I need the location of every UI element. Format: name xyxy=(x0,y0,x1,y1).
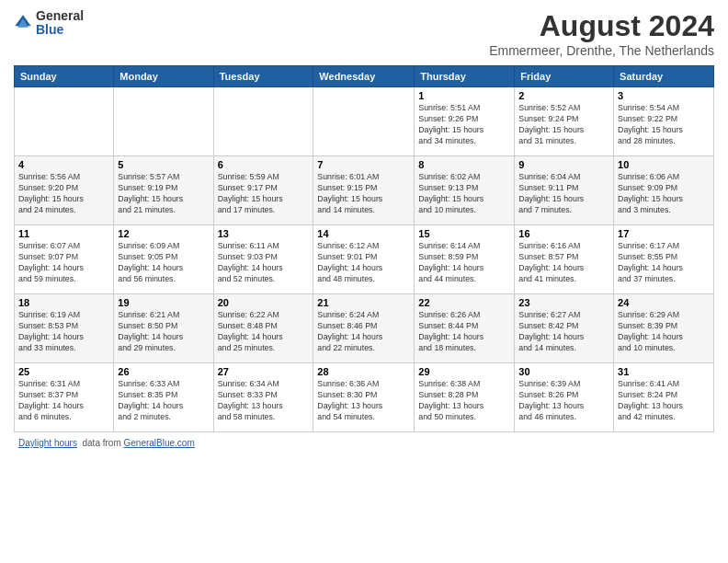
calendar-table: Sunday Monday Tuesday Wednesday Thursday… xyxy=(14,65,714,432)
day-info: Sunrise: 6:21 AMSunset: 8:50 PMDaylight:… xyxy=(118,310,209,354)
day-info: Sunrise: 6:34 AMSunset: 8:33 PMDaylight:… xyxy=(218,379,310,423)
day-info: Sunrise: 6:11 AMSunset: 9:03 PMDaylight:… xyxy=(218,241,310,285)
calendar-cell: 8Sunrise: 6:02 AMSunset: 9:13 PMDaylight… xyxy=(415,156,515,225)
calendar-cell: 5Sunrise: 5:57 AMSunset: 9:19 PMDaylight… xyxy=(114,156,213,225)
calendar-cell: 7Sunrise: 6:01 AMSunset: 9:15 PMDaylight… xyxy=(313,156,415,225)
day-number: 20 xyxy=(218,297,310,308)
calendar-cell: 4Sunrise: 5:56 AMSunset: 9:20 PMDaylight… xyxy=(15,156,114,225)
day-info: Sunrise: 6:31 AMSunset: 8:37 PMDaylight:… xyxy=(18,379,109,423)
day-info: Sunrise: 6:33 AMSunset: 8:35 PMDaylight:… xyxy=(118,379,209,423)
day-info: Sunrise: 6:22 AMSunset: 8:48 PMDaylight:… xyxy=(218,310,310,354)
day-info: Sunrise: 6:06 AMSunset: 9:09 PMDaylight:… xyxy=(618,172,710,216)
page: General Blue August 2024 Emmermeer, Dren… xyxy=(0,0,728,563)
col-tuesday: Tuesday xyxy=(213,66,313,87)
calendar-cell xyxy=(213,87,313,156)
subtitle: Emmermeer, Drenthe, The Netherlands xyxy=(489,43,714,58)
header-row: Sunday Monday Tuesday Wednesday Thursday… xyxy=(15,66,714,87)
col-sunday: Sunday xyxy=(15,66,114,87)
calendar-cell: 11Sunrise: 6:07 AMSunset: 9:07 PMDayligh… xyxy=(15,225,114,294)
calendar-cell: 3Sunrise: 5:54 AMSunset: 9:22 PMDaylight… xyxy=(614,87,714,156)
day-number: 23 xyxy=(518,297,609,308)
col-friday: Friday xyxy=(515,66,614,87)
logo-general-text: General xyxy=(36,9,84,23)
day-number: 18 xyxy=(18,297,109,308)
day-info: Sunrise: 6:14 AMSunset: 8:59 PMDaylight:… xyxy=(418,241,510,285)
logo-blue-text: Blue xyxy=(36,23,84,37)
calendar-cell: 31Sunrise: 6:41 AMSunset: 8:24 PMDayligh… xyxy=(614,363,714,432)
day-number: 28 xyxy=(317,366,410,377)
day-info: Sunrise: 6:19 AMSunset: 8:53 PMDaylight:… xyxy=(18,310,109,354)
day-info: Sunrise: 5:54 AMSunset: 9:22 PMDaylight:… xyxy=(618,103,710,147)
calendar-cell: 20Sunrise: 6:22 AMSunset: 8:48 PMDayligh… xyxy=(213,294,313,363)
day-number: 21 xyxy=(317,297,410,308)
calendar-cell xyxy=(313,87,415,156)
day-number: 14 xyxy=(317,228,410,239)
calendar-cell: 28Sunrise: 6:36 AMSunset: 8:30 PMDayligh… xyxy=(313,363,415,432)
day-info: Sunrise: 6:38 AMSunset: 8:28 PMDaylight:… xyxy=(418,379,510,423)
day-number: 5 xyxy=(118,159,209,170)
day-info: Sunrise: 6:09 AMSunset: 9:05 PMDaylight:… xyxy=(118,241,209,285)
calendar-cell: 12Sunrise: 6:09 AMSunset: 9:05 PMDayligh… xyxy=(114,225,213,294)
day-number: 7 xyxy=(317,159,410,170)
day-info: Sunrise: 6:27 AMSunset: 8:42 PMDaylight:… xyxy=(518,310,609,354)
title-area: August 2024 Emmermeer, Drenthe, The Neth… xyxy=(489,9,714,58)
calendar-cell: 1Sunrise: 5:51 AMSunset: 9:26 PMDaylight… xyxy=(415,87,515,156)
day-number: 4 xyxy=(18,159,109,170)
calendar-cell: 23Sunrise: 6:27 AMSunset: 8:42 PMDayligh… xyxy=(515,294,614,363)
day-number: 17 xyxy=(618,228,710,239)
calendar-cell: 15Sunrise: 6:14 AMSunset: 8:59 PMDayligh… xyxy=(415,225,515,294)
day-number: 30 xyxy=(518,366,609,377)
calendar-cell: 22Sunrise: 6:26 AMSunset: 8:44 PMDayligh… xyxy=(415,294,515,363)
calendar-cell: 19Sunrise: 6:21 AMSunset: 8:50 PMDayligh… xyxy=(114,294,213,363)
day-number: 11 xyxy=(18,228,109,239)
calendar-cell: 25Sunrise: 6:31 AMSunset: 8:37 PMDayligh… xyxy=(15,363,114,432)
day-number: 24 xyxy=(618,297,710,308)
calendar-cell: 21Sunrise: 6:24 AMSunset: 8:46 PMDayligh… xyxy=(313,294,415,363)
calendar-cell: 27Sunrise: 6:34 AMSunset: 8:33 PMDayligh… xyxy=(213,363,313,432)
day-info: Sunrise: 6:26 AMSunset: 8:44 PMDaylight:… xyxy=(418,310,510,354)
calendar-cell: 30Sunrise: 6:39 AMSunset: 8:26 PMDayligh… xyxy=(515,363,614,432)
col-thursday: Thursday xyxy=(415,66,515,87)
calendar-cell: 26Sunrise: 6:33 AMSunset: 8:35 PMDayligh… xyxy=(114,363,213,432)
calendar-cell: 18Sunrise: 6:19 AMSunset: 8:53 PMDayligh… xyxy=(15,294,114,363)
day-info: Sunrise: 6:01 AMSunset: 9:15 PMDaylight:… xyxy=(317,172,410,216)
logo: General Blue xyxy=(14,9,84,38)
calendar-week-3: 11Sunrise: 6:07 AMSunset: 9:07 PMDayligh… xyxy=(15,225,714,294)
day-number: 15 xyxy=(418,228,510,239)
day-info: Sunrise: 6:24 AMSunset: 8:46 PMDaylight:… xyxy=(317,310,410,354)
day-number: 22 xyxy=(418,297,510,308)
day-number: 1 xyxy=(418,90,510,101)
day-number: 27 xyxy=(218,366,310,377)
day-number: 3 xyxy=(618,90,710,101)
day-info: Sunrise: 6:41 AMSunset: 8:24 PMDaylight:… xyxy=(618,379,710,423)
calendar-week-2: 4Sunrise: 5:56 AMSunset: 9:20 PMDaylight… xyxy=(15,156,714,225)
day-number: 13 xyxy=(218,228,310,239)
day-info: Sunrise: 6:36 AMSunset: 8:30 PMDaylight:… xyxy=(317,379,410,423)
day-info: Sunrise: 6:07 AMSunset: 9:07 PMDaylight:… xyxy=(18,241,109,285)
col-monday: Monday xyxy=(114,66,213,87)
day-info: Sunrise: 6:29 AMSunset: 8:39 PMDaylight:… xyxy=(618,310,710,354)
col-wednesday: Wednesday xyxy=(313,66,415,87)
calendar-cell: 13Sunrise: 6:11 AMSunset: 9:03 PMDayligh… xyxy=(213,225,313,294)
day-number: 12 xyxy=(118,228,209,239)
day-info: Sunrise: 5:57 AMSunset: 9:19 PMDaylight:… xyxy=(118,172,209,216)
calendar-cell: 6Sunrise: 5:59 AMSunset: 9:17 PMDaylight… xyxy=(213,156,313,225)
footer-link[interactable]: GeneralBlue.com xyxy=(124,438,195,448)
day-number: 26 xyxy=(118,366,209,377)
day-number: 25 xyxy=(18,366,109,377)
logo-text: General Blue xyxy=(36,9,84,38)
calendar-cell xyxy=(15,87,114,156)
calendar-cell: 10Sunrise: 6:06 AMSunset: 9:09 PMDayligh… xyxy=(614,156,714,225)
calendar-cell: 24Sunrise: 6:29 AMSunset: 8:39 PMDayligh… xyxy=(614,294,714,363)
day-info: Sunrise: 6:16 AMSunset: 8:57 PMDaylight:… xyxy=(518,241,609,285)
calendar-cell: 16Sunrise: 6:16 AMSunset: 8:57 PMDayligh… xyxy=(515,225,614,294)
calendar-cell xyxy=(114,87,213,156)
day-info: Sunrise: 6:04 AMSunset: 9:11 PMDaylight:… xyxy=(518,172,609,216)
calendar-week-4: 18Sunrise: 6:19 AMSunset: 8:53 PMDayligh… xyxy=(15,294,714,363)
calendar-cell: 2Sunrise: 5:52 AMSunset: 9:24 PMDaylight… xyxy=(515,87,614,156)
calendar-cell: 29Sunrise: 6:38 AMSunset: 8:28 PMDayligh… xyxy=(415,363,515,432)
day-number: 10 xyxy=(618,159,710,170)
header: General Blue August 2024 Emmermeer, Dren… xyxy=(14,9,714,58)
calendar-cell: 9Sunrise: 6:04 AMSunset: 9:11 PMDaylight… xyxy=(515,156,614,225)
day-number: 19 xyxy=(118,297,209,308)
